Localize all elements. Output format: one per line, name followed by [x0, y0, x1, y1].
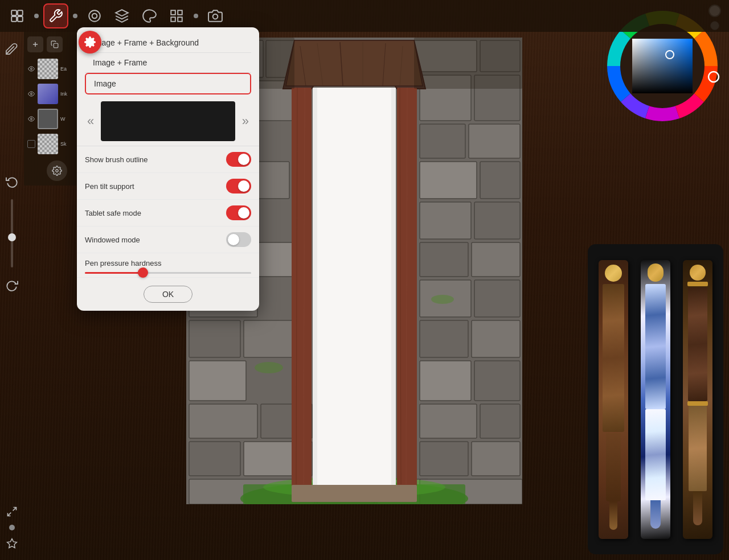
expand-button[interactable]: [2, 502, 22, 521]
camera-button[interactable]: [203, 3, 228, 28]
layer-3-visibility[interactable]: [27, 115, 35, 123]
settings-dialog: Image + Frame + Background Image + Frame…: [77, 27, 259, 311]
separator-dot-1: [34, 14, 39, 18]
svg-rect-63: [189, 442, 240, 476]
opacity-slider-thumb[interactable]: [8, 233, 16, 241]
svg-rect-89: [292, 485, 417, 502]
tablet-safe-label: Tablet safe mode: [85, 209, 226, 217]
layers-button[interactable]: [109, 3, 134, 28]
svg-rect-1: [18, 10, 23, 15]
undo-button[interactable]: [2, 172, 22, 191]
svg-point-16: [31, 68, 32, 70]
left-tools-top: [0, 32, 24, 295]
svg-rect-43: [420, 202, 471, 239]
color-palette-button[interactable]: [137, 3, 162, 28]
layer-1-visibility[interactable]: [27, 65, 35, 73]
pen-3-band-2: [687, 401, 708, 406]
svg-rect-48: [472, 242, 520, 277]
layers-settings-button[interactable]: [47, 160, 67, 181]
gallery-button[interactable]: [5, 3, 30, 28]
layer-4-checkbox[interactable]: [27, 140, 35, 148]
brush-outline-knob: [238, 154, 249, 165]
svg-point-19: [55, 170, 58, 172]
preview-section: « »: [77, 97, 259, 146]
left-tools-bottom: [0, 502, 24, 560]
grid-button[interactable]: [164, 3, 189, 28]
svg-point-18: [31, 118, 32, 120]
pen-3-cap-gold: [690, 265, 706, 281]
svg-rect-86: [313, 88, 396, 486]
svg-line-23: [7, 46, 14, 53]
svg-rect-55: [420, 320, 468, 357]
svg-rect-56: [472, 320, 520, 357]
svg-marker-6: [116, 10, 128, 16]
svg-point-4: [89, 10, 100, 22]
layer-3-thumbnail: [38, 109, 58, 129]
favorite-button[interactable]: [2, 534, 22, 553]
brush-outline-label: Show brush outline: [85, 155, 226, 164]
tablet-safe-toggle[interactable]: [226, 205, 251, 220]
preview-thumbnail: [101, 101, 235, 141]
svg-rect-3: [18, 17, 23, 22]
pen-1-body: [603, 284, 624, 432]
svg-line-21: [8, 513, 11, 516]
svg-rect-54: [474, 280, 520, 317]
svg-rect-94: [414, 38, 522, 89]
windowed-mode-knob: [228, 234, 239, 245]
svg-rect-88: [391, 88, 396, 486]
preview-next-button[interactable]: »: [240, 114, 251, 129]
svg-rect-62: [480, 404, 520, 438]
pen-pressure-thumb[interactable]: [138, 267, 148, 278]
pen-pressure-track[interactable]: [85, 272, 251, 274]
svg-point-91: [255, 362, 283, 373]
tablet-safe-knob: [238, 207, 249, 219]
pen-2-lower: [645, 409, 666, 500]
windowed-mode-label: Windowed mode: [85, 236, 226, 244]
redo-button[interactable]: [2, 275, 22, 295]
pen-1-tip: [609, 501, 617, 530]
eyedropper-tool[interactable]: [2, 39, 22, 58]
dot-indicator: [9, 525, 15, 530]
pen-3-body: [688, 287, 707, 401]
brush-outline-toggle[interactable]: [226, 152, 251, 167]
svg-rect-61: [420, 404, 477, 438]
pen-3-tip: [693, 491, 702, 525]
opacity-slider[interactable]: [11, 199, 13, 267]
export-image[interactable]: Image: [85, 73, 251, 94]
layer-4-thumbnail: [38, 134, 58, 154]
svg-point-17: [31, 93, 32, 95]
svg-rect-80: [292, 88, 312, 486]
pen-2: [641, 260, 670, 539]
preview-prev-button[interactable]: «: [85, 114, 96, 129]
svg-line-20: [13, 508, 17, 511]
svg-point-11: [213, 14, 218, 19]
svg-rect-41: [480, 162, 520, 199]
svg-rect-7: [171, 10, 175, 15]
dialog-footer: OK: [77, 278, 259, 311]
pen-1-cap-gold: [605, 265, 622, 282]
svg-marker-22: [7, 539, 17, 548]
svg-rect-0: [11, 10, 17, 15]
svg-rect-10: [178, 17, 182, 22]
duplicate-layer-button[interactable]: [47, 36, 63, 52]
layer-2-visibility[interactable]: [27, 90, 35, 98]
windowed-mode-toggle[interactable]: [226, 232, 251, 247]
settings-header-icon[interactable]: [79, 31, 101, 53]
svg-rect-87: [313, 88, 317, 486]
add-layer-button[interactable]: [27, 36, 43, 52]
pen-tilt-label: Pen tilt support: [85, 182, 226, 191]
pen-3-band-1: [687, 282, 708, 286]
svg-rect-58: [474, 361, 520, 401]
pen-display: [588, 244, 723, 554]
ok-button[interactable]: OK: [144, 286, 193, 303]
pen-tilt-toggle[interactable]: [226, 179, 251, 193]
svg-rect-2: [11, 17, 17, 22]
export-image-frame-bg[interactable]: Image + Frame + Background: [85, 33, 251, 53]
layer-2-thumbnail: [38, 84, 58, 104]
pen-2-body: [645, 284, 666, 409]
separator-dot-2: [73, 14, 77, 18]
pen-2-tip: [650, 500, 661, 529]
tools-button[interactable]: [43, 3, 68, 28]
export-image-frame[interactable]: Image + Frame: [85, 53, 251, 73]
brush-button[interactable]: [82, 3, 107, 28]
